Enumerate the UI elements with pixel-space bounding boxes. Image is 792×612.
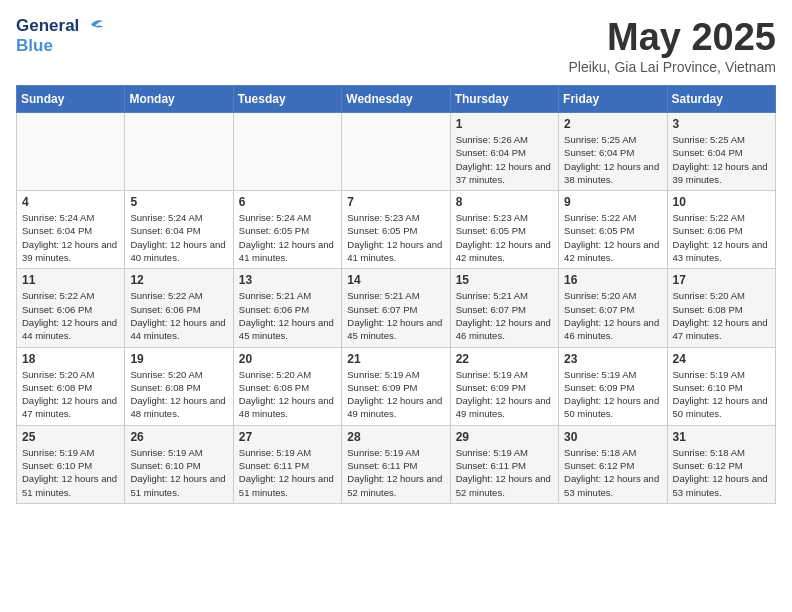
day-info: Sunrise: 5:20 AM Sunset: 6:07 PM Dayligh…: [564, 289, 661, 342]
calendar-cell: 28Sunrise: 5:19 AM Sunset: 6:11 PM Dayli…: [342, 425, 450, 503]
day-info: Sunrise: 5:18 AM Sunset: 6:12 PM Dayligh…: [564, 446, 661, 499]
calendar-cell: 4Sunrise: 5:24 AM Sunset: 6:04 PM Daylig…: [17, 191, 125, 269]
day-number: 7: [347, 195, 444, 209]
calendar-week-3: 11Sunrise: 5:22 AM Sunset: 6:06 PM Dayli…: [17, 269, 776, 347]
day-info: Sunrise: 5:19 AM Sunset: 6:10 PM Dayligh…: [130, 446, 227, 499]
calendar-header-row: SundayMondayTuesdayWednesdayThursdayFrid…: [17, 86, 776, 113]
day-info: Sunrise: 5:22 AM Sunset: 6:06 PM Dayligh…: [130, 289, 227, 342]
calendar-cell: 16Sunrise: 5:20 AM Sunset: 6:07 PM Dayli…: [559, 269, 667, 347]
logo: General Blue: [16, 16, 103, 56]
day-info: Sunrise: 5:22 AM Sunset: 6:06 PM Dayligh…: [22, 289, 119, 342]
calendar-cell: 29Sunrise: 5:19 AM Sunset: 6:11 PM Dayli…: [450, 425, 558, 503]
day-number: 4: [22, 195, 119, 209]
weekday-header-sunday: Sunday: [17, 86, 125, 113]
day-number: 6: [239, 195, 336, 209]
day-info: Sunrise: 5:19 AM Sunset: 6:10 PM Dayligh…: [673, 368, 770, 421]
day-number: 13: [239, 273, 336, 287]
calendar-cell: 23Sunrise: 5:19 AM Sunset: 6:09 PM Dayli…: [559, 347, 667, 425]
day-number: 3: [673, 117, 770, 131]
calendar-week-5: 25Sunrise: 5:19 AM Sunset: 6:10 PM Dayli…: [17, 425, 776, 503]
calendar-week-4: 18Sunrise: 5:20 AM Sunset: 6:08 PM Dayli…: [17, 347, 776, 425]
calendar-cell: 13Sunrise: 5:21 AM Sunset: 6:06 PM Dayli…: [233, 269, 341, 347]
calendar-cell: 2Sunrise: 5:25 AM Sunset: 6:04 PM Daylig…: [559, 113, 667, 191]
day-number: 23: [564, 352, 661, 366]
day-info: Sunrise: 5:25 AM Sunset: 6:04 PM Dayligh…: [673, 133, 770, 186]
day-info: Sunrise: 5:22 AM Sunset: 6:05 PM Dayligh…: [564, 211, 661, 264]
day-info: Sunrise: 5:19 AM Sunset: 6:11 PM Dayligh…: [347, 446, 444, 499]
weekday-header-saturday: Saturday: [667, 86, 775, 113]
day-number: 18: [22, 352, 119, 366]
calendar-cell: 9Sunrise: 5:22 AM Sunset: 6:05 PM Daylig…: [559, 191, 667, 269]
day-info: Sunrise: 5:20 AM Sunset: 6:08 PM Dayligh…: [130, 368, 227, 421]
calendar-cell: 8Sunrise: 5:23 AM Sunset: 6:05 PM Daylig…: [450, 191, 558, 269]
calendar-body: 1Sunrise: 5:26 AM Sunset: 6:04 PM Daylig…: [17, 113, 776, 504]
day-info: Sunrise: 5:25 AM Sunset: 6:04 PM Dayligh…: [564, 133, 661, 186]
day-info: Sunrise: 5:23 AM Sunset: 6:05 PM Dayligh…: [347, 211, 444, 264]
day-number: 10: [673, 195, 770, 209]
calendar-table: SundayMondayTuesdayWednesdayThursdayFrid…: [16, 85, 776, 504]
day-info: Sunrise: 5:18 AM Sunset: 6:12 PM Dayligh…: [673, 446, 770, 499]
calendar-cell: [17, 113, 125, 191]
calendar-cell: 11Sunrise: 5:22 AM Sunset: 6:06 PM Dayli…: [17, 269, 125, 347]
day-number: 2: [564, 117, 661, 131]
calendar-cell: 19Sunrise: 5:20 AM Sunset: 6:08 PM Dayli…: [125, 347, 233, 425]
day-info: Sunrise: 5:20 AM Sunset: 6:08 PM Dayligh…: [22, 368, 119, 421]
day-number: 21: [347, 352, 444, 366]
calendar-cell: 15Sunrise: 5:21 AM Sunset: 6:07 PM Dayli…: [450, 269, 558, 347]
calendar-week-2: 4Sunrise: 5:24 AM Sunset: 6:04 PM Daylig…: [17, 191, 776, 269]
day-info: Sunrise: 5:22 AM Sunset: 6:06 PM Dayligh…: [673, 211, 770, 264]
day-number: 25: [22, 430, 119, 444]
day-number: 26: [130, 430, 227, 444]
calendar-cell: 24Sunrise: 5:19 AM Sunset: 6:10 PM Dayli…: [667, 347, 775, 425]
calendar-cell: 14Sunrise: 5:21 AM Sunset: 6:07 PM Dayli…: [342, 269, 450, 347]
calendar-cell: 27Sunrise: 5:19 AM Sunset: 6:11 PM Dayli…: [233, 425, 341, 503]
calendar-cell: 3Sunrise: 5:25 AM Sunset: 6:04 PM Daylig…: [667, 113, 775, 191]
day-number: 14: [347, 273, 444, 287]
title-area: May 2025 Pleiku, Gia Lai Province, Vietn…: [568, 16, 776, 75]
day-info: Sunrise: 5:24 AM Sunset: 6:04 PM Dayligh…: [130, 211, 227, 264]
calendar-cell: 26Sunrise: 5:19 AM Sunset: 6:10 PM Dayli…: [125, 425, 233, 503]
day-info: Sunrise: 5:19 AM Sunset: 6:11 PM Dayligh…: [239, 446, 336, 499]
day-number: 27: [239, 430, 336, 444]
calendar-cell: 21Sunrise: 5:19 AM Sunset: 6:09 PM Dayli…: [342, 347, 450, 425]
day-number: 11: [22, 273, 119, 287]
day-info: Sunrise: 5:21 AM Sunset: 6:07 PM Dayligh…: [347, 289, 444, 342]
location-title: Pleiku, Gia Lai Province, Vietnam: [568, 59, 776, 75]
weekday-header-thursday: Thursday: [450, 86, 558, 113]
weekday-header-tuesday: Tuesday: [233, 86, 341, 113]
logo-blue: Blue: [16, 36, 53, 56]
calendar-week-1: 1Sunrise: 5:26 AM Sunset: 6:04 PM Daylig…: [17, 113, 776, 191]
calendar-cell: 22Sunrise: 5:19 AM Sunset: 6:09 PM Dayli…: [450, 347, 558, 425]
day-number: 9: [564, 195, 661, 209]
calendar-cell: 1Sunrise: 5:26 AM Sunset: 6:04 PM Daylig…: [450, 113, 558, 191]
day-number: 22: [456, 352, 553, 366]
day-info: Sunrise: 5:20 AM Sunset: 6:08 PM Dayligh…: [239, 368, 336, 421]
day-number: 17: [673, 273, 770, 287]
day-number: 20: [239, 352, 336, 366]
page-header: General Blue May 2025 Pleiku, Gia Lai Pr…: [16, 16, 776, 75]
calendar-cell: [342, 113, 450, 191]
logo-bird-icon: [81, 17, 103, 35]
day-info: Sunrise: 5:21 AM Sunset: 6:06 PM Dayligh…: [239, 289, 336, 342]
day-number: 30: [564, 430, 661, 444]
calendar-cell: 6Sunrise: 5:24 AM Sunset: 6:05 PM Daylig…: [233, 191, 341, 269]
logo-general: General: [16, 16, 79, 36]
weekday-header-monday: Monday: [125, 86, 233, 113]
calendar-cell: 30Sunrise: 5:18 AM Sunset: 6:12 PM Dayli…: [559, 425, 667, 503]
calendar-cell: 31Sunrise: 5:18 AM Sunset: 6:12 PM Dayli…: [667, 425, 775, 503]
calendar-cell: 7Sunrise: 5:23 AM Sunset: 6:05 PM Daylig…: [342, 191, 450, 269]
calendar-cell: 18Sunrise: 5:20 AM Sunset: 6:08 PM Dayli…: [17, 347, 125, 425]
calendar-cell: [233, 113, 341, 191]
calendar-cell: 25Sunrise: 5:19 AM Sunset: 6:10 PM Dayli…: [17, 425, 125, 503]
day-info: Sunrise: 5:19 AM Sunset: 6:11 PM Dayligh…: [456, 446, 553, 499]
day-info: Sunrise: 5:19 AM Sunset: 6:09 PM Dayligh…: [456, 368, 553, 421]
day-info: Sunrise: 5:19 AM Sunset: 6:09 PM Dayligh…: [347, 368, 444, 421]
month-title: May 2025: [568, 16, 776, 59]
day-number: 15: [456, 273, 553, 287]
calendar-cell: [125, 113, 233, 191]
day-info: Sunrise: 5:23 AM Sunset: 6:05 PM Dayligh…: [456, 211, 553, 264]
calendar-cell: 5Sunrise: 5:24 AM Sunset: 6:04 PM Daylig…: [125, 191, 233, 269]
day-number: 16: [564, 273, 661, 287]
day-info: Sunrise: 5:19 AM Sunset: 6:09 PM Dayligh…: [564, 368, 661, 421]
day-number: 31: [673, 430, 770, 444]
